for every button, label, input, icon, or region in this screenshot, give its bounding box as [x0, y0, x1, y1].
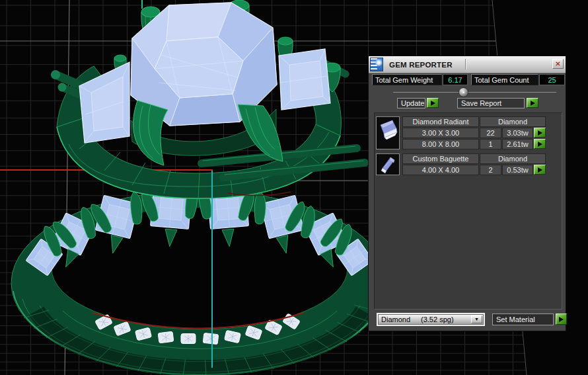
gem-weight: 3.03tw: [502, 128, 533, 138]
gem-count: 2: [480, 165, 501, 175]
collapse-icon[interactable]: ▲: [459, 87, 468, 97]
table-row: 4.00 X 4.00 2 0.53tw: [402, 165, 546, 175]
titlebar-divider: [465, 59, 466, 69]
save-report-go-button[interactable]: [527, 98, 538, 108]
radiant-gem-icon: [376, 116, 400, 149]
app-window: GEM REPORTER ✕ Total Gem Weight 6.17 Tot…: [0, 0, 588, 375]
gem-list-panel: Diamond Radiant Diamond 3.00 X 3.00 22 3…: [374, 112, 562, 310]
gem-count: 22: [480, 128, 501, 138]
material-select-density: (3.52 spg): [421, 315, 454, 323]
play-icon: [531, 101, 535, 106]
collapse-divider: [393, 92, 556, 93]
play-icon: [538, 167, 542, 173]
material-header: Diamond: [480, 153, 546, 164]
set-material-go-button[interactable]: [556, 313, 567, 325]
cut-name-header: Diamond Radiant: [402, 116, 479, 127]
total-gem-count-value: 25: [539, 74, 565, 85]
material-select[interactable]: Diamond (3.52 spg) ▼: [377, 313, 485, 326]
chevron-down-icon[interactable]: ▼: [471, 315, 482, 323]
gem-row-go-button[interactable]: [534, 165, 546, 175]
table-row: 3.00 X 3.00 22 3.03tw: [402, 128, 546, 138]
cut-name-header: Custom Baguette: [402, 153, 479, 164]
gem-size: 3.00 X 3.00: [402, 128, 479, 138]
update-button[interactable]: Update: [397, 98, 425, 108]
gem-weight: 0.53tw: [502, 165, 533, 175]
gem-report-icon: [370, 58, 383, 71]
eternity-band-model[interactable]: [11, 186, 388, 375]
gem-count: 1: [480, 139, 501, 149]
close-icon[interactable]: ✕: [552, 59, 564, 69]
play-icon: [538, 142, 542, 147]
gem-row-go-button[interactable]: [534, 128, 546, 138]
total-gem-weight-value: 6.17: [443, 74, 468, 85]
gem-reporter-window: GEM REPORTER ✕ Total Gem Weight 6.17 Tot…: [368, 56, 566, 331]
play-icon: [538, 130, 542, 136]
total-gem-count-label: Total Gem Count: [471, 74, 538, 85]
update-go-button[interactable]: [427, 98, 439, 108]
set-material-button[interactable]: Set Material: [492, 313, 554, 325]
play-icon: [559, 317, 564, 322]
table-row: 8.00 X 8.00 1 2.61tw: [402, 139, 546, 149]
baguette-gem-icon: [376, 153, 400, 175]
side-gem-right: [279, 49, 330, 110]
save-report-button[interactable]: Save Report: [457, 98, 525, 108]
gem-weight: 2.61tw: [502, 139, 533, 149]
material-select-value: Diamond: [381, 315, 410, 323]
gem-row-go-button[interactable]: [534, 139, 546, 149]
window-title: GEM REPORTER: [389, 61, 453, 69]
total-gem-weight-label: Total Gem Weight: [372, 74, 442, 85]
play-icon: [431, 101, 435, 106]
material-header: Diamond: [480, 116, 546, 127]
gem-size: 8.00 X 8.00: [402, 139, 479, 149]
gem-size: 4.00 X 4.00: [402, 165, 479, 175]
titlebar[interactable]: GEM REPORTER ✕: [369, 56, 566, 73]
